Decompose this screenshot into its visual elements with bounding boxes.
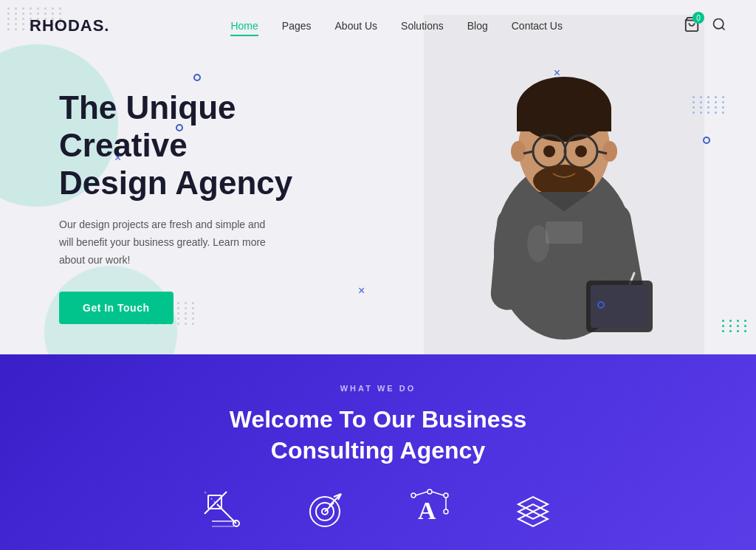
- section-title: Welcome To Our Business Consulting Agenc…: [230, 405, 526, 466]
- svg-text:A: A: [418, 497, 436, 524]
- hero-section: for(let i=0;i<40;i++) document.currentSc…: [0, 0, 756, 354]
- target-icon: [304, 488, 348, 532]
- hero-description: Our design projects are fresh and simple…: [59, 216, 281, 269]
- svg-point-26: [527, 225, 549, 262]
- service-design: [201, 488, 245, 532]
- nav-item-home[interactable]: Home: [230, 20, 258, 32]
- type-icon: A: [408, 488, 452, 532]
- svg-point-42: [411, 493, 416, 498]
- blue-section: WHAT WE DO Welcome To Our Business Consu…: [0, 354, 756, 550]
- svg-point-44: [444, 493, 448, 498]
- sm-circle-4: [597, 301, 605, 309]
- dots-far-right: for(let i=0;i<12;i++) document.currentSc…: [722, 320, 749, 332]
- logo[interactable]: RHODAS.: [30, 16, 109, 35]
- search-button[interactable]: [712, 17, 726, 35]
- cross-decoration-3: ×: [554, 66, 560, 80]
- dots-right: for(let i=0;i<20;i++) document.currentSc…: [693, 96, 726, 114]
- svg-rect-25: [546, 221, 583, 244]
- nav-icons: 0: [684, 16, 726, 35]
- sm-circle-1: [193, 74, 201, 81]
- svg-point-9: [511, 141, 526, 162]
- svg-point-16: [543, 145, 555, 157]
- cart-button[interactable]: 0: [684, 16, 700, 35]
- section-eyebrow: WHAT WE DO: [340, 384, 416, 393]
- nav-item-blog[interactable]: Blog: [467, 20, 488, 32]
- nav-item-contact[interactable]: Contact Us: [512, 20, 563, 32]
- service-strategy: [304, 488, 348, 532]
- svg-rect-8: [517, 109, 611, 131]
- service-typography: A: [408, 488, 452, 532]
- services-icons: A: [201, 488, 555, 532]
- svg-line-46: [416, 492, 427, 495]
- sm-circle-2: [176, 124, 183, 131]
- svg-line-2: [722, 27, 725, 30]
- hero-content: The Unique Creative Design Agency Our de…: [0, 30, 354, 323]
- svg-point-43: [427, 489, 432, 494]
- hero-image: [372, 0, 756, 354]
- nav-links: Home Pages About Us Solutions Blog Conta…: [230, 20, 563, 32]
- layers-icon: [511, 488, 555, 532]
- hero-title: The Unique Creative Design Agency: [59, 89, 295, 202]
- svg-point-45: [444, 509, 448, 514]
- service-layers: [511, 488, 555, 532]
- person-image: [424, 15, 704, 354]
- nav-item-about[interactable]: About Us: [335, 20, 378, 32]
- svg-point-1: [713, 18, 723, 28]
- sm-circle-3: [703, 137, 710, 144]
- svg-point-10: [602, 141, 617, 162]
- cta-button[interactable]: Get In Touch: [59, 292, 173, 324]
- svg-point-17: [575, 145, 587, 157]
- design-icon: [201, 488, 245, 532]
- cross-decoration-1: ×: [114, 151, 121, 165]
- cart-badge: 0: [693, 12, 704, 24]
- nav-item-pages[interactable]: Pages: [282, 20, 312, 32]
- cross-decoration-2: ×: [358, 284, 365, 298]
- person-svg: [424, 15, 704, 354]
- navbar: RHODAS. Home Pages About Us Solutions Bl…: [0, 0, 756, 52]
- svg-line-47: [432, 492, 444, 495]
- nav-item-solutions[interactable]: Solutions: [401, 20, 444, 32]
